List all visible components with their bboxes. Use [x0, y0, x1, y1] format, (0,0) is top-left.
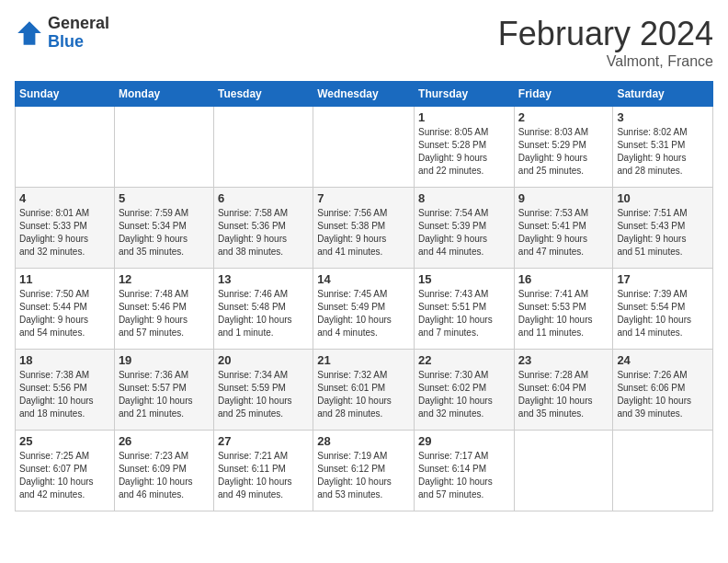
calendar-cell [213, 107, 313, 188]
calendar-cell: 5Sunrise: 7:59 AM Sunset: 5:34 PM Daylig… [114, 188, 213, 269]
day-info: Sunrise: 7:50 AM Sunset: 5:44 PM Dayligh… [19, 288, 110, 339]
day-info: Sunrise: 8:05 AM Sunset: 5:28 PM Dayligh… [418, 126, 510, 178]
day-number: 24 [617, 353, 709, 367]
calendar-header-monday: Monday [114, 82, 213, 107]
day-number: 7 [317, 191, 410, 205]
logo-general: General [48, 15, 109, 33]
day-number: 15 [418, 272, 510, 286]
calendar-cell: 2Sunrise: 8:03 AM Sunset: 5:29 PM Daylig… [514, 107, 613, 188]
calendar-week-row: 25Sunrise: 7:25 AM Sunset: 6:07 PM Dayli… [16, 431, 713, 511]
calendar-header-friday: Friday [514, 82, 613, 107]
day-number: 2 [518, 110, 609, 124]
logo-icon [15, 18, 44, 48]
calendar-cell: 6Sunrise: 7:58 AM Sunset: 5:36 PM Daylig… [213, 188, 313, 269]
day-info: Sunrise: 7:34 AM Sunset: 5:59 PM Dayligh… [218, 369, 309, 420]
page-header: General Blue February 2024 Valmont, Fran… [15, 15, 713, 70]
day-info: Sunrise: 7:41 AM Sunset: 5:53 PM Dayligh… [518, 288, 609, 339]
day-number: 13 [218, 272, 309, 286]
day-info: Sunrise: 7:46 AM Sunset: 5:48 PM Dayligh… [218, 288, 309, 339]
calendar-cell: 11Sunrise: 7:50 AM Sunset: 5:44 PM Dayli… [16, 269, 115, 350]
day-info: Sunrise: 7:59 AM Sunset: 5:34 PM Dayligh… [119, 207, 210, 259]
day-info: Sunrise: 7:56 AM Sunset: 5:38 PM Dayligh… [317, 207, 410, 259]
calendar-cell: 3Sunrise: 8:02 AM Sunset: 5:31 PM Daylig… [613, 107, 713, 188]
calendar-cell [16, 107, 115, 188]
day-info: Sunrise: 7:32 AM Sunset: 6:01 PM Dayligh… [317, 369, 410, 420]
day-number: 19 [119, 353, 210, 367]
calendar-cell: 21Sunrise: 7:32 AM Sunset: 6:01 PM Dayli… [313, 350, 415, 431]
calendar-header-thursday: Thursday [415, 82, 515, 107]
calendar-header-tuesday: Tuesday [213, 82, 313, 107]
day-number: 16 [518, 272, 609, 286]
calendar-cell: 26Sunrise: 7:23 AM Sunset: 6:09 PM Dayli… [114, 431, 213, 511]
calendar-cell: 1Sunrise: 8:05 AM Sunset: 5:28 PM Daylig… [415, 107, 515, 188]
day-info: Sunrise: 7:28 AM Sunset: 6:04 PM Dayligh… [518, 369, 609, 420]
calendar-cell: 12Sunrise: 7:48 AM Sunset: 5:46 PM Dayli… [114, 269, 213, 350]
day-info: Sunrise: 7:51 AM Sunset: 5:43 PM Dayligh… [617, 207, 709, 259]
day-number: 18 [19, 353, 110, 367]
day-number: 27 [218, 434, 309, 448]
calendar-cell: 13Sunrise: 7:46 AM Sunset: 5:48 PM Dayli… [213, 269, 313, 350]
calendar-cell: 20Sunrise: 7:34 AM Sunset: 5:59 PM Dayli… [213, 350, 313, 431]
day-info: Sunrise: 7:17 AM Sunset: 6:14 PM Dayligh… [418, 450, 510, 501]
calendar-cell: 19Sunrise: 7:36 AM Sunset: 5:57 PM Dayli… [114, 350, 213, 431]
calendar-cell: 15Sunrise: 7:43 AM Sunset: 5:51 PM Dayli… [415, 269, 515, 350]
day-number: 12 [119, 272, 210, 286]
calendar-cell [514, 431, 613, 511]
day-info: Sunrise: 7:39 AM Sunset: 5:54 PM Dayligh… [617, 288, 709, 339]
day-info: Sunrise: 7:38 AM Sunset: 5:56 PM Dayligh… [19, 369, 110, 420]
day-number: 1 [418, 110, 510, 124]
calendar-cell: 28Sunrise: 7:19 AM Sunset: 6:12 PM Dayli… [313, 431, 415, 511]
day-info: Sunrise: 7:21 AM Sunset: 6:11 PM Dayligh… [218, 450, 309, 501]
calendar-cell: 9Sunrise: 7:53 AM Sunset: 5:41 PM Daylig… [514, 188, 613, 269]
day-info: Sunrise: 7:45 AM Sunset: 5:49 PM Dayligh… [317, 288, 410, 339]
month-year-title: February 2024 [498, 15, 713, 53]
day-number: 8 [418, 191, 510, 205]
day-info: Sunrise: 7:43 AM Sunset: 5:51 PM Dayligh… [418, 288, 510, 339]
day-number: 25 [19, 434, 110, 448]
day-number: 21 [317, 353, 410, 367]
day-number: 23 [518, 353, 609, 367]
logo: General Blue [15, 15, 109, 52]
day-info: Sunrise: 8:03 AM Sunset: 5:29 PM Dayligh… [518, 126, 609, 178]
day-number: 11 [19, 272, 110, 286]
calendar-week-row: 4Sunrise: 8:01 AM Sunset: 5:33 PM Daylig… [16, 188, 713, 269]
calendar-header-sunday: Sunday [16, 82, 115, 107]
calendar-cell: 7Sunrise: 7:56 AM Sunset: 5:38 PM Daylig… [313, 188, 415, 269]
title-section: February 2024 Valmont, France [498, 15, 713, 70]
calendar-cell: 10Sunrise: 7:51 AM Sunset: 5:43 PM Dayli… [613, 188, 713, 269]
calendar-cell: 27Sunrise: 7:21 AM Sunset: 6:11 PM Dayli… [213, 431, 313, 511]
svg-marker-0 [17, 21, 41, 45]
calendar-header-wednesday: Wednesday [313, 82, 415, 107]
day-number: 6 [218, 191, 309, 205]
calendar-header-saturday: Saturday [613, 82, 713, 107]
calendar-cell: 24Sunrise: 7:26 AM Sunset: 6:06 PM Dayli… [613, 350, 713, 431]
day-info: Sunrise: 7:36 AM Sunset: 5:57 PM Dayligh… [119, 369, 210, 420]
day-number: 20 [218, 353, 309, 367]
day-number: 22 [418, 353, 510, 367]
day-info: Sunrise: 7:23 AM Sunset: 6:09 PM Dayligh… [119, 450, 210, 501]
calendar-cell: 23Sunrise: 7:28 AM Sunset: 6:04 PM Dayli… [514, 350, 613, 431]
day-info: Sunrise: 7:58 AM Sunset: 5:36 PM Dayligh… [218, 207, 309, 259]
calendar-cell: 14Sunrise: 7:45 AM Sunset: 5:49 PM Dayli… [313, 269, 415, 350]
day-info: Sunrise: 7:54 AM Sunset: 5:39 PM Dayligh… [418, 207, 510, 259]
calendar-cell: 16Sunrise: 7:41 AM Sunset: 5:53 PM Dayli… [514, 269, 613, 350]
day-info: Sunrise: 7:26 AM Sunset: 6:06 PM Dayligh… [617, 369, 709, 420]
logo-text: General Blue [48, 15, 109, 52]
day-number: 9 [518, 191, 609, 205]
day-info: Sunrise: 7:19 AM Sunset: 6:12 PM Dayligh… [317, 450, 410, 501]
calendar-cell [313, 107, 415, 188]
calendar-cell: 4Sunrise: 8:01 AM Sunset: 5:33 PM Daylig… [16, 188, 115, 269]
day-number: 10 [617, 191, 709, 205]
calendar-cell [613, 431, 713, 511]
day-number: 26 [119, 434, 210, 448]
calendar-week-row: 18Sunrise: 7:38 AM Sunset: 5:56 PM Dayli… [16, 350, 713, 431]
calendar-week-row: 1Sunrise: 8:05 AM Sunset: 5:28 PM Daylig… [16, 107, 713, 188]
day-number: 3 [617, 110, 709, 124]
day-info: Sunrise: 7:48 AM Sunset: 5:46 PM Dayligh… [119, 288, 210, 339]
day-info: Sunrise: 8:02 AM Sunset: 5:31 PM Dayligh… [617, 126, 709, 178]
calendar-cell: 25Sunrise: 7:25 AM Sunset: 6:07 PM Dayli… [16, 431, 115, 511]
calendar-cell: 17Sunrise: 7:39 AM Sunset: 5:54 PM Dayli… [613, 269, 713, 350]
day-info: Sunrise: 7:25 AM Sunset: 6:07 PM Dayligh… [19, 450, 110, 501]
calendar-cell: 29Sunrise: 7:17 AM Sunset: 6:14 PM Dayli… [415, 431, 515, 511]
location-subtitle: Valmont, France [498, 53, 713, 70]
